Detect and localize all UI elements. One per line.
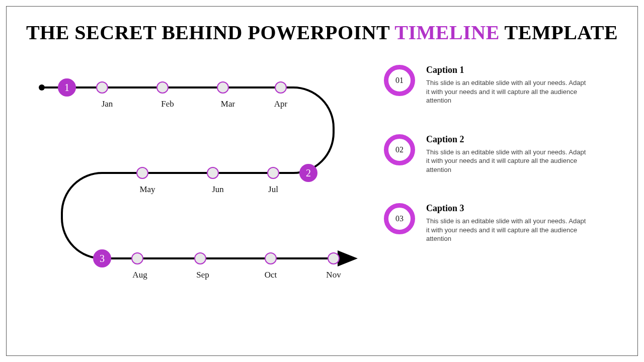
label-mar: Mar — [221, 99, 235, 109]
caption-num-1: 01 — [395, 76, 404, 85]
marker-3-label: 3 — [100, 253, 105, 264]
timeline-diagram: 1 Jan Feb Mar Apr May Jun Jul 2 3 — [22, 60, 374, 286]
title-suffix: TEMPLATE — [500, 21, 618, 44]
label-jun: Jun — [212, 185, 224, 195]
caption-text-1: Caption 1 This slide is an editable slid… — [426, 65, 587, 105]
caption-title-2: Caption 2 — [426, 134, 587, 145]
caption-row-1: 01 Caption 1 This slide is an editable s… — [384, 65, 622, 105]
caption-row-2: 02 Caption 2 This slide is an editable s… — [384, 134, 622, 174]
caption-body-3: This slide is an editable slide with all… — [426, 217, 587, 243]
label-jan: Jan — [102, 99, 113, 109]
caption-text-2: Caption 2 This slide is an editable slid… — [426, 134, 587, 174]
timeline-path — [22, 60, 374, 286]
caption-text-3: Caption 3 This slide is an editable slid… — [426, 203, 587, 243]
node-nov — [328, 252, 340, 264]
start-dot-icon — [39, 84, 45, 90]
caption-num-3: 03 — [395, 214, 404, 223]
caption-row-3: 03 Caption 3 This slide is an editable s… — [384, 203, 622, 243]
caption-title-1: Caption 1 — [426, 65, 587, 75]
label-feb: Feb — [161, 99, 174, 109]
caption-body-2: This slide is an editable slide with all… — [426, 148, 587, 174]
node-oct — [265, 252, 277, 264]
marker-2-label: 2 — [306, 167, 311, 179]
captions-column: 01 Caption 1 This slide is an editable s… — [384, 60, 622, 286]
node-sep — [194, 252, 206, 264]
slide-frame: THE SECRET BEHIND POWERPOINT TIMELINE TE… — [6, 6, 638, 356]
marker-1: 1 — [58, 78, 76, 97]
node-aug — [131, 252, 143, 264]
label-jul: Jul — [268, 185, 278, 195]
marker-3: 3 — [93, 249, 111, 267]
node-apr — [275, 81, 287, 94]
caption-ring-2: 02 — [384, 134, 415, 165]
node-jun — [207, 167, 219, 179]
caption-ring-1: 01 — [384, 65, 415, 96]
label-sep: Sep — [196, 270, 209, 280]
content-area: 1 Jan Feb Mar Apr May Jun Jul 2 3 — [22, 60, 622, 286]
caption-num-2: 02 — [395, 145, 404, 154]
caption-title-3: Caption 3 — [426, 203, 587, 214]
node-jan — [96, 81, 108, 94]
node-jul — [267, 167, 279, 179]
label-nov: Nov — [326, 270, 341, 280]
marker-2: 2 — [299, 164, 317, 182]
node-may — [136, 167, 148, 179]
marker-1-label: 1 — [64, 82, 69, 94]
node-feb — [156, 81, 169, 94]
node-mar — [217, 81, 229, 94]
title-prefix: THE SECRET BEHIND POWERPOINT — [26, 21, 394, 44]
label-apr: Apr — [274, 99, 287, 109]
caption-body-1: This slide is an editable slide with all… — [426, 78, 587, 105]
label-aug: Aug — [132, 270, 147, 280]
caption-ring-3: 03 — [384, 203, 415, 234]
title-accent: TIMELINE — [394, 21, 500, 44]
label-oct: Oct — [265, 270, 277, 280]
label-may: May — [139, 185, 155, 195]
page-title: THE SECRET BEHIND POWERPOINT TIMELINE TE… — [22, 21, 622, 45]
